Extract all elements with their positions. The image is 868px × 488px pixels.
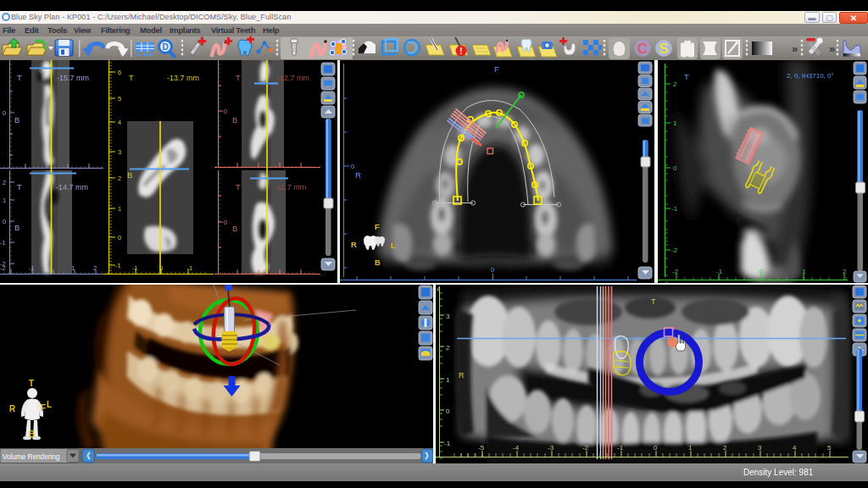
svg-text:0: 0	[673, 164, 677, 172]
svg-text:0: 0	[224, 219, 227, 226]
svg-text:B: B	[232, 115, 237, 125]
svg-text:0: 0	[118, 234, 121, 241]
svg-text:3: 3	[446, 313, 450, 320]
svg-text:2: 2	[93, 264, 97, 272]
svg-text:2: 2	[673, 80, 677, 88]
svg-text:T: T	[17, 73, 22, 82]
svg-text:Volume Rendering: Volume Rendering	[3, 453, 60, 461]
svg-text:B: B	[127, 170, 132, 180]
svg-text:-1: -1	[0, 239, 6, 247]
svg-text:-14.7 mm: -14.7 mm	[56, 183, 88, 191]
svg-text:L: L	[391, 241, 396, 250]
svg-text:-1: -1	[617, 444, 624, 452]
svg-text:2: 2	[843, 268, 847, 275]
svg-text:0: 0	[351, 163, 354, 170]
svg-text:1: 1	[446, 376, 450, 384]
svg-text:T: T	[684, 72, 689, 81]
svg-text:B: B	[14, 223, 19, 232]
svg-text:1: 1	[3, 197, 6, 204]
svg-text:-2: -2	[672, 268, 679, 275]
svg-text:!: !	[459, 47, 462, 56]
svg-text:-13.7 mm: -13.7 mm	[167, 74, 199, 82]
svg-text:3: 3	[758, 444, 762, 452]
svg-text:T: T	[236, 73, 241, 82]
svg-text:B: B	[29, 430, 35, 439]
svg-text:T: T	[29, 379, 34, 388]
svg-text:0: 0	[760, 268, 764, 275]
svg-text:2, 0, IH3710, 0°: 2, 0, IH3710, 0°	[787, 72, 834, 80]
svg-text:0: 0	[446, 408, 450, 415]
svg-text:F: F	[375, 222, 380, 231]
svg-text:1: 1	[189, 264, 192, 272]
svg-text:3: 3	[118, 148, 121, 156]
svg-text:R: R	[355, 170, 361, 180]
svg-text:2: 2	[3, 179, 6, 186]
svg-text:1: 1	[118, 205, 121, 213]
svg-text:1: 1	[71, 264, 75, 272]
svg-text:5: 5	[827, 444, 832, 452]
svg-text:-3: -3	[548, 444, 554, 452]
svg-text:-2: -2	[671, 247, 678, 254]
svg-text:-12.7 mm: -12.7 mm	[277, 74, 309, 82]
svg-text:0: 0	[224, 108, 227, 115]
svg-text:B: B	[14, 115, 19, 125]
svg-text:T: T	[17, 182, 22, 191]
svg-text:-15.7 mm: -15.7 mm	[57, 74, 89, 82]
svg-text:F: F	[41, 403, 46, 413]
svg-text:B: B	[232, 224, 237, 233]
svg-text:-1: -1	[29, 264, 35, 272]
svg-text:-5: -5	[478, 444, 485, 452]
svg-text:0: 0	[159, 264, 163, 272]
svg-text:2: 2	[446, 344, 450, 352]
svg-text:»: »	[792, 42, 798, 55]
svg-text:0: 0	[654, 444, 658, 452]
svg-text:-1: -1	[716, 268, 723, 275]
svg-text:L: L	[47, 400, 52, 409]
svg-text:F: F	[494, 64, 499, 74]
svg-text:T: T	[651, 297, 656, 306]
svg-text:T: T	[236, 182, 241, 191]
svg-text:6: 6	[118, 69, 121, 76]
svg-text:2: 2	[723, 444, 727, 452]
svg-text:2: 2	[118, 175, 121, 182]
svg-text:0: 0	[3, 218, 6, 225]
svg-text:4: 4	[793, 444, 797, 452]
svg-text:-1: -1	[115, 262, 121, 269]
svg-text:-1: -1	[132, 264, 138, 272]
svg-text:R: R	[351, 240, 357, 249]
svg-text:»: »	[829, 42, 835, 55]
svg-text:S: S	[659, 41, 668, 57]
svg-text:T: T	[129, 73, 134, 82]
svg-text:-1: -1	[444, 440, 451, 447]
svg-text:5: 5	[118, 95, 121, 103]
svg-text:D: D	[162, 42, 168, 52]
svg-text:R: R	[459, 371, 465, 380]
svg-text:1: 1	[673, 119, 677, 127]
svg-text:R: R	[9, 404, 16, 413]
svg-text:0: 0	[491, 266, 494, 274]
svg-text:-4: -4	[513, 444, 520, 452]
svg-text:C: C	[637, 41, 648, 57]
svg-text:0: 0	[3, 109, 6, 117]
svg-text:4: 4	[118, 119, 121, 126]
svg-text:B: B	[375, 258, 381, 267]
svg-text:-1: -1	[671, 205, 678, 213]
svg-text:-2: -2	[0, 264, 6, 272]
svg-text:4: 4	[437, 286, 441, 293]
svg-text:-2: -2	[582, 444, 589, 452]
svg-text:-11.7 mm: -11.7 mm	[275, 183, 306, 191]
svg-text:1: 1	[688, 444, 693, 452]
svg-text:1: 1	[802, 268, 806, 275]
